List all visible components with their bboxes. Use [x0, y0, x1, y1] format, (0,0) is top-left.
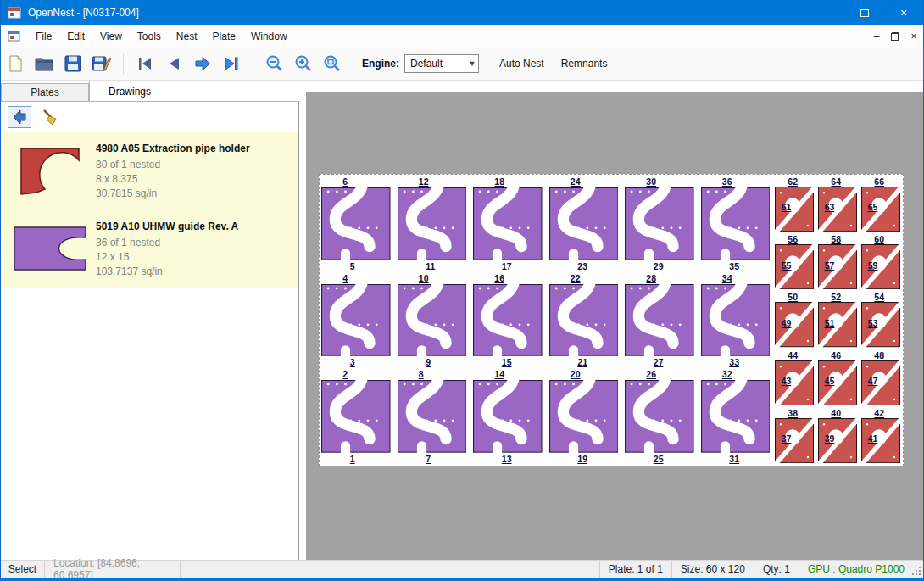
purple-part-shape — [321, 380, 391, 453]
part-number: 41 — [868, 433, 878, 444]
nested-part-pair[interactable]: 4241 — [861, 408, 902, 464]
part-number: 48 — [874, 350, 884, 360]
part-thumbnail — [9, 139, 91, 202]
menu-edit[interactable]: Edit — [59, 27, 92, 46]
nested-part-pair[interactable]: 2625 — [625, 369, 697, 464]
zoom-fit-button[interactable] — [318, 50, 347, 77]
menu-view[interactable]: View — [92, 27, 130, 46]
part-number: 11 — [426, 261, 435, 271]
list-item[interactable]: 4980 A05 Extraction pipe holder 30 of 1 … — [1, 132, 298, 210]
nested-part-pair[interactable]: 5453 — [861, 292, 902, 348]
part-number: 66 — [874, 176, 884, 187]
plate-sheet[interactable]: 65 1211 1817 2423 3029 3635 43 109 1615 … — [319, 174, 904, 466]
nested-part-pair[interactable]: 6261 — [775, 176, 815, 232]
part-title: 4980 A05 Extraction pipe holder — [96, 142, 250, 154]
nested-part-pair[interactable]: 1817 — [473, 176, 545, 271]
nested-part-pair[interactable]: 3433 — [701, 273, 773, 368]
nested-part-pair[interactable]: 5655 — [775, 234, 815, 290]
nested-part-pair[interactable]: 3029 — [625, 176, 697, 271]
part-number: 33 — [729, 357, 739, 367]
mdi-restore-button[interactable] — [886, 28, 905, 45]
red-part-thumbnail-icon — [16, 142, 84, 199]
part-number: 59 — [868, 260, 878, 271]
send-to-plate-button[interactable] — [8, 106, 31, 128]
window-maximize-button[interactable] — [845, 0, 884, 25]
nested-part-pair[interactable]: 2827 — [625, 273, 697, 368]
title-bar: OpenNest - [N0317-004] – × — [1, 0, 923, 25]
remnants-button[interactable]: Remnants — [553, 53, 616, 75]
menu-nest[interactable]: Nest — [169, 27, 205, 46]
nav-next-button[interactable] — [188, 50, 217, 77]
open-folder-icon — [34, 54, 54, 73]
nested-part-pair[interactable]: 6665 — [861, 176, 902, 232]
nested-part-pair[interactable]: 4443 — [775, 350, 815, 406]
part-number: 61 — [782, 202, 792, 212]
nested-part-pair[interactable]: 109 — [398, 273, 470, 368]
window-minimize-button[interactable]: – — [806, 0, 845, 25]
window-border-bottom — [1, 578, 923, 581]
nested-part-pair[interactable]: 43 — [321, 273, 393, 368]
status-gpu: GPU : Quadro P1000 — [799, 561, 913, 578]
nested-part-pair[interactable]: 2019 — [549, 369, 621, 464]
part-area: 30.7815 sq/in — [96, 187, 250, 201]
list-item[interactable]: 5019 A10 UHMW guide Rev. A 36 of 1 neste… — [1, 210, 298, 288]
nested-part-pair[interactable]: 6463 — [818, 176, 859, 232]
purple-part-shape — [473, 380, 543, 453]
resize-grip[interactable] — [913, 561, 923, 578]
mdi-close-button[interactable]: × — [905, 28, 923, 45]
sidebar-toolbar — [1, 102, 298, 132]
nav-last-button[interactable] — [217, 50, 246, 77]
part-number: 34 — [722, 273, 732, 283]
nav-last-icon — [221, 53, 242, 74]
nested-part-pair[interactable]: 5049 — [775, 292, 815, 348]
nested-part-pair[interactable]: 2221 — [549, 273, 621, 368]
nested-part-pair[interactable]: 3231 — [701, 369, 773, 464]
nested-part-pair[interactable]: 87 — [398, 369, 470, 464]
menu-tools[interactable]: Tools — [130, 27, 169, 46]
nested-part-pair[interactable]: 5251 — [818, 292, 859, 348]
part-number: 53 — [868, 318, 878, 328]
nested-part-pair[interactable]: 21 — [321, 369, 393, 464]
new-button[interactable] — [1, 50, 30, 77]
mdi-minimize-button[interactable]: – — [867, 28, 886, 45]
menu-file[interactable]: File — [28, 27, 59, 46]
tab-drawings[interactable]: Drawings — [89, 81, 170, 102]
menu-plate[interactable]: Plate — [205, 27, 243, 46]
part-number: 14 — [494, 369, 504, 379]
nav-first-button[interactable] — [131, 50, 159, 77]
open-button[interactable] — [30, 50, 58, 77]
status-qty: Qty: 1 — [754, 561, 799, 578]
nested-part-pair[interactable]: 6059 — [861, 234, 902, 290]
tab-plates[interactable]: Plates — [1, 83, 89, 102]
zoom-in-button[interactable] — [289, 50, 318, 77]
part-number: 38 — [788, 408, 798, 418]
nested-part-pair[interactable]: 4039 — [818, 408, 859, 464]
nested-part-pair[interactable]: 1211 — [398, 176, 470, 271]
nest-canvas[interactable]: 65 1211 1817 2423 3029 3635 43 109 1615 … — [299, 81, 923, 560]
auto-nest-button[interactable]: Auto Nest — [491, 53, 553, 75]
engine-select[interactable]: Default ▼ — [404, 54, 479, 73]
part-number: 42 — [874, 408, 884, 418]
nav-prev-button[interactable] — [159, 50, 188, 77]
clear-button[interactable] — [38, 106, 62, 128]
nest-viewport[interactable]: 65 1211 1817 2423 3029 3635 43 109 1615 … — [306, 92, 923, 560]
window-close-button[interactable]: × — [884, 0, 923, 25]
nested-part-pair[interactable]: 2423 — [549, 176, 621, 271]
zoom-out-button[interactable] — [260, 50, 289, 77]
part-number: 46 — [831, 350, 841, 360]
nested-part-pair[interactable]: 3837 — [775, 408, 815, 464]
save-button[interactable] — [58, 50, 87, 77]
nested-part-pair[interactable]: 3635 — [701, 176, 773, 271]
nested-part-pair[interactable]: 65 — [321, 176, 393, 271]
menu-window[interactable]: Window — [243, 27, 295, 46]
purple-part-shape — [625, 187, 694, 260]
part-number: 47 — [868, 376, 878, 386]
nested-part-pair[interactable]: 5857 — [818, 234, 859, 290]
nested-part-pair[interactable]: 4645 — [818, 350, 859, 406]
nested-part-pair[interactable]: 1615 — [473, 273, 545, 368]
save-as-button[interactable] — [87, 50, 116, 77]
document-icon — [8, 30, 21, 42]
nested-part-pair[interactable]: 4847 — [861, 350, 902, 406]
nested-part-pair[interactable]: 1413 — [473, 369, 545, 464]
app-window: OpenNest - [N0317-004] – × File Edit Vie… — [0, 0, 924, 581]
